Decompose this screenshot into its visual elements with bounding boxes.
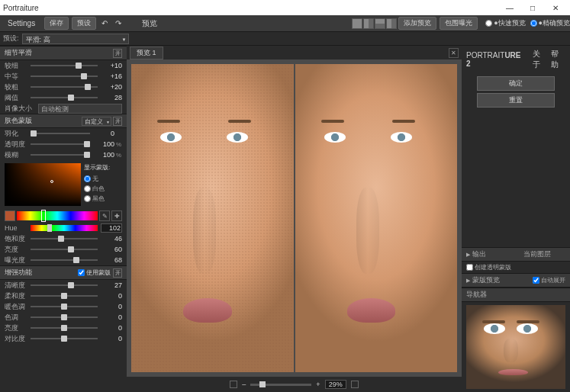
mask-black-radio[interactable]: 黑色 <box>84 194 110 203</box>
slider-track[interactable] <box>31 133 90 134</box>
slider-track[interactable] <box>31 316 98 318</box>
preview-viewport[interactable] <box>127 59 462 377</box>
output-layer-dropdown[interactable]: 当前图层 <box>523 249 565 259</box>
enhance-header: 增强功能 <box>5 268 32 278</box>
slider-label: 曝光度 <box>5 255 27 265</box>
view-split-v-icon[interactable] <box>363 18 374 29</box>
slider-value: +20 <box>101 83 122 91</box>
chevron-right-icon[interactable]: ▶ <box>466 278 470 284</box>
preset-button[interactable]: 预设 <box>72 17 96 30</box>
help-link[interactable]: 帮助 <box>551 49 565 70</box>
redo-icon[interactable]: ↷ <box>113 18 124 29</box>
color-swatch[interactable] <box>5 210 15 221</box>
auto-expand-checkbox[interactable]: 自动展开 <box>533 276 565 284</box>
navigator-thumbnail[interactable] <box>466 305 565 389</box>
about-link[interactable]: 关于 <box>533 49 547 70</box>
mask-none-radio[interactable]: 无 <box>84 175 110 183</box>
preview-tab[interactable]: 预览 <box>134 15 165 32</box>
brand-text: PORTRAITURE 2 <box>466 51 523 68</box>
slider-value: +16 <box>101 72 122 80</box>
navigator-header: 导航器 <box>466 290 487 300</box>
accurate-preview-radio[interactable]: ●精确预览 <box>530 18 570 28</box>
fit-icon[interactable] <box>230 381 237 388</box>
undo-icon[interactable]: ↶ <box>99 18 110 29</box>
portrait-size-dropdown[interactable]: 自动检测 <box>38 104 122 114</box>
slider-track[interactable] <box>31 97 98 98</box>
slider-value: 0 <box>101 303 122 310</box>
detail-expand-icon[interactable]: 开 <box>113 49 122 58</box>
use-mask-checkbox[interactable]: 使用蒙版 <box>78 268 111 277</box>
slider-track[interactable] <box>31 65 98 66</box>
slider-value: 28 <box>101 94 122 101</box>
slider-track[interactable] <box>31 327 98 329</box>
ok-button[interactable]: 确定 <box>477 76 555 91</box>
slider-track[interactable] <box>31 238 98 239</box>
hue-strip[interactable] <box>17 211 98 220</box>
preview-after <box>295 64 458 372</box>
slider-value: 0 <box>101 313 122 321</box>
preset-dropdown[interactable]: 平滑: 高 <box>22 34 129 44</box>
minimize-button[interactable]: — <box>498 4 521 12</box>
zoom-in-button[interactable]: + <box>316 381 320 388</box>
slider-track[interactable] <box>31 259 98 261</box>
detail-header: 细节平滑 <box>5 48 32 58</box>
eyedropper-plus-icon[interactable]: ✚ <box>111 210 122 221</box>
slider-value: 100 <box>93 151 114 159</box>
preview-before <box>131 64 294 372</box>
slider-track[interactable] <box>31 295 98 297</box>
save-button[interactable]: 保存 <box>44 17 69 30</box>
hue-slider[interactable] <box>31 225 98 231</box>
slider-value: 100 <box>93 140 114 148</box>
slider-track[interactable] <box>31 338 98 339</box>
close-button[interactable]: ✕ <box>544 4 567 12</box>
slider-track[interactable] <box>31 86 98 88</box>
slider-value: 60 <box>101 246 122 253</box>
slider-track[interactable] <box>31 143 90 145</box>
slider-value: 0 <box>101 324 122 332</box>
zoom-value[interactable]: 29% <box>325 380 346 389</box>
close-tab-icon[interactable]: ✕ <box>449 48 459 58</box>
slider-label: 对比度 <box>5 334 27 344</box>
settings-tab[interactable]: Settings <box>0 15 43 32</box>
maximize-button[interactable]: □ <box>521 4 544 12</box>
zoom-out-button[interactable]: – <box>242 381 246 388</box>
view-slider-icon[interactable] <box>386 18 397 29</box>
mask-white-radio[interactable]: 白色 <box>84 185 110 193</box>
mask-preview-header: 蒙版预览 <box>472 275 500 285</box>
view-mode-buttons <box>352 18 397 29</box>
zoom-slider[interactable] <box>250 384 311 386</box>
slider-value: 27 <box>101 281 122 289</box>
hue-value[interactable]: 102 <box>101 223 122 233</box>
view-split-h-icon[interactable] <box>375 18 385 29</box>
add-preview-button[interactable]: 添加预览 <box>398 17 436 30</box>
eyedropper-icon[interactable]: ✎ <box>99 210 110 221</box>
preview-tab-1[interactable]: 预览 1 <box>130 47 163 59</box>
actual-size-icon[interactable] <box>351 381 359 388</box>
create-transparent-mask-checkbox[interactable]: 创建透明蒙版 <box>466 263 511 272</box>
chevron-right-icon[interactable]: ▶ <box>466 252 470 258</box>
mask-mode-dropdown[interactable]: 自定义 <box>82 117 111 126</box>
enhance-expand-icon[interactable]: 开 <box>113 268 122 278</box>
slider-track[interactable] <box>31 306 98 307</box>
app-title: Portraiture <box>3 4 39 12</box>
slider-track[interactable] <box>31 154 90 156</box>
show-mask-label: 显示蒙版: <box>84 163 110 172</box>
slider-track[interactable] <box>31 284 98 286</box>
color-gradient-picker[interactable] <box>5 163 81 206</box>
mask-expand-icon[interactable]: 开 <box>113 117 122 126</box>
output-header: 输出 <box>472 249 486 259</box>
view-single-icon[interactable] <box>352 18 362 29</box>
slider-value: 68 <box>101 256 122 264</box>
reset-button[interactable]: 重置 <box>477 93 555 108</box>
slider-value: 0 <box>101 292 122 300</box>
bracket-button[interactable]: 包围曝光 <box>440 17 478 30</box>
slider-label: 饱和度 <box>5 234 27 244</box>
slider-label: 透明度 <box>5 140 27 149</box>
quick-preview-radio[interactable]: ●快速预览 <box>485 18 525 28</box>
slider-label: 阈值 <box>5 93 27 103</box>
slider-track[interactable] <box>31 76 98 77</box>
slider-label: 柔和度 <box>5 291 27 301</box>
slider-track[interactable] <box>31 249 98 250</box>
mask-header: 肤色蒙版 <box>5 116 32 126</box>
slider-label: 色调 <box>5 313 27 323</box>
